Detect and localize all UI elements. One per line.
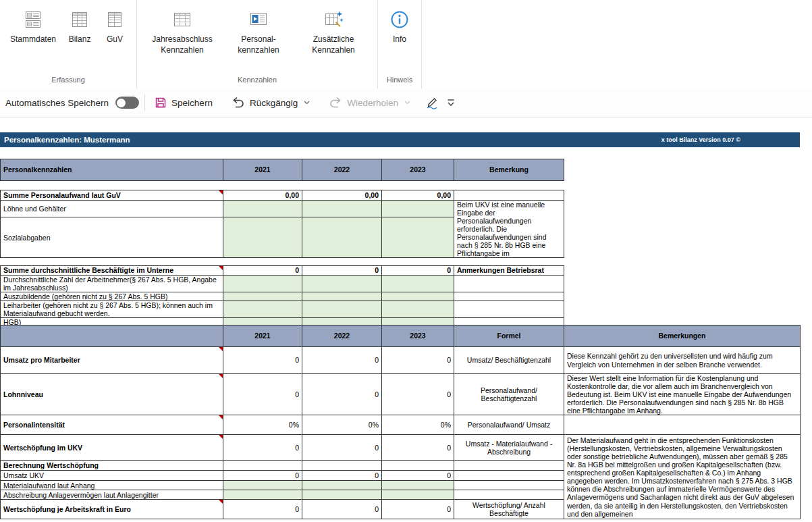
- input-cell-2023[interactable]: [382, 276, 454, 292]
- value-cell-2021[interactable]: 0: [223, 266, 302, 276]
- value-cell-2023[interactable]: 0%: [382, 415, 454, 435]
- input-cell-2022[interactable]: [302, 301, 382, 318]
- input-cell-2023[interactable]: [382, 301, 454, 318]
- value-cell-2023[interactable]: 0: [382, 347, 454, 374]
- row-label-cell: Umsatz pro Mitarbeiter: [1, 347, 223, 374]
- table-row: Lohnniveau 0 0 0 Personalaufwand/ Beschä…: [1, 374, 801, 415]
- personal-kennzahlen-button[interactable]: Personal-kennzahlen: [225, 4, 292, 58]
- zusaetzliche-kennzahlen-button[interactable]: Zusätzliche Kennzahlen: [295, 4, 372, 58]
- save-icon: [155, 97, 167, 109]
- button-label: Zusätzliche Kennzahlen: [300, 34, 367, 55]
- input-cell-2022[interactable]: [302, 276, 382, 292]
- personal-kennzahlen-icon: [247, 7, 270, 32]
- row-label-cell: Sozialabgaben: [1, 217, 223, 258]
- ribbon: Stammdaten Bilanz: [0, 0, 812, 89]
- personalkennzahlen-table-header: Personalkennzahlen 2021 2022 2023 Bemerk…: [0, 159, 564, 181]
- year-header-2022: 2022: [302, 325, 382, 347]
- value-cell-2023[interactable]: [382, 461, 454, 471]
- redo-button[interactable]: Wiederholen: [325, 94, 414, 111]
- button-label: GuV: [107, 34, 123, 45]
- row-label-cell: Personalintensität: [1, 415, 223, 435]
- value-cell-2022[interactable]: [302, 461, 382, 471]
- autosave-toggle[interactable]: [115, 97, 139, 109]
- value-cell-2023[interactable]: 0: [382, 500, 454, 519]
- input-cell-2022[interactable]: [302, 292, 382, 301]
- remark-cell: [454, 190, 564, 201]
- jahresabschluss-kennzahlen-button[interactable]: Jahresabschluss Kennzahlen: [142, 4, 222, 58]
- value-cell-2021[interactable]: 0: [223, 374, 302, 415]
- value-cell-2023[interactable]: 0: [382, 266, 454, 276]
- blank-header-cell: [1, 325, 223, 347]
- ribbon-group-label: Kennzahlen: [141, 74, 373, 88]
- input-cell-2021[interactable]: [223, 292, 302, 301]
- input-cell-2021[interactable]: [223, 301, 302, 318]
- value-cell-2022[interactable]: 0: [302, 347, 382, 374]
- toolbar-divider: [144, 95, 145, 111]
- remark-cell: [454, 276, 564, 292]
- value-cell-2021[interactable]: 0: [223, 471, 302, 481]
- qat-overflow-button[interactable]: [443, 96, 459, 110]
- year-header-2021: 2021: [223, 325, 302, 347]
- value-cell-2021[interactable]: 0: [223, 347, 302, 374]
- value-cell-2021[interactable]: 0,00: [223, 190, 302, 201]
- save-label: Speichern: [171, 98, 213, 108]
- redo-label: Wiederholen: [347, 98, 398, 108]
- value-cell-2021[interactable]: 0: [223, 500, 302, 519]
- input-cell-2021[interactable]: [223, 217, 302, 258]
- value-cell-2021[interactable]: 0%: [223, 415, 302, 435]
- button-label: Stammdaten: [10, 34, 56, 45]
- table-row: Summe durchschnittliche Beschäftigte im …: [1, 266, 564, 276]
- formula-cell: [454, 481, 564, 490]
- bilanz-button[interactable]: Bilanz: [63, 4, 96, 48]
- value-cell-2022[interactable]: 0: [302, 266, 382, 276]
- input-cell-2022[interactable]: [302, 481, 382, 490]
- value-cell-2022[interactable]: 0: [302, 435, 382, 461]
- chevron-down-icon[interactable]: [304, 101, 310, 105]
- value-cell-2022[interactable]: 0%: [302, 415, 382, 435]
- table-row: Löhne und Gehälter Beim UKV ist eine man…: [1, 201, 564, 217]
- undo-button[interactable]: Rückgängig: [227, 94, 314, 111]
- formula-cell: Wertschöpfung/ Anzahl Beschäftigte: [454, 500, 564, 519]
- button-label: Info: [393, 34, 406, 45]
- input-cell-2021[interactable]: [223, 490, 302, 500]
- input-cell-2023[interactable]: [382, 292, 454, 301]
- formula-cell: Personalaufwand/ Beschäftigtenzahl: [454, 374, 564, 415]
- chevron-down-icon[interactable]: [404, 101, 410, 105]
- formula-cell: Personalaufwand/ Umsatz: [454, 415, 564, 435]
- value-cell-2023[interactable]: 0: [382, 471, 454, 481]
- table-row: Personalintensität 0% 0% 0% Personalaufw…: [1, 415, 801, 435]
- value-cell-2022[interactable]: 0,00: [302, 190, 382, 201]
- input-cell-2022[interactable]: [302, 217, 382, 258]
- value-cell-2021[interactable]: 0: [223, 435, 302, 461]
- value-cell-2022[interactable]: 0: [302, 374, 382, 415]
- stammdaten-button[interactable]: Stammdaten: [5, 4, 61, 48]
- year-header-2023: 2023: [382, 159, 454, 181]
- info-button[interactable]: Info: [383, 4, 416, 48]
- guv-button[interactable]: GuV: [99, 4, 131, 48]
- ink-button[interactable]: [421, 93, 443, 112]
- input-cell-2021[interactable]: [223, 201, 302, 217]
- input-cell-2021[interactable]: [223, 276, 302, 292]
- row-label-cell: Lohnniveau: [1, 374, 223, 415]
- input-cell-2022[interactable]: [302, 490, 382, 500]
- save-button[interactable]: Speichern: [151, 94, 217, 111]
- remark-cell: [564, 415, 801, 435]
- input-cell-2023[interactable]: [382, 217, 454, 258]
- value-cell-2022[interactable]: 0: [302, 471, 382, 481]
- input-cell-2023[interactable]: [382, 490, 454, 500]
- value-cell-2023[interactable]: 0: [382, 374, 454, 415]
- row-label-cell: Durchschnittliche Zahl der Arbeitnehmer(…: [1, 276, 223, 292]
- table-row: Wertschöpfung im UKV 0 0 0 Umsatz - Mate…: [1, 435, 801, 461]
- value-cell-2022[interactable]: 0: [302, 500, 382, 519]
- input-cell-2021[interactable]: [223, 481, 302, 490]
- row-label-cell: Umsatz UKV: [1, 471, 223, 481]
- input-cell-2023[interactable]: [382, 481, 454, 490]
- jahresabschluss-kennzahlen-icon: [171, 7, 194, 32]
- value-cell-2023[interactable]: 0: [382, 435, 454, 461]
- ribbon-group-label: Hinweis: [382, 74, 417, 88]
- input-cell-2023[interactable]: [382, 201, 454, 217]
- input-cell-2022[interactable]: [302, 201, 382, 217]
- ribbon-buttons: Stammdaten Bilanz: [4, 4, 132, 74]
- value-cell-2021[interactable]: [223, 461, 302, 471]
- value-cell-2023[interactable]: 0,00: [382, 190, 454, 201]
